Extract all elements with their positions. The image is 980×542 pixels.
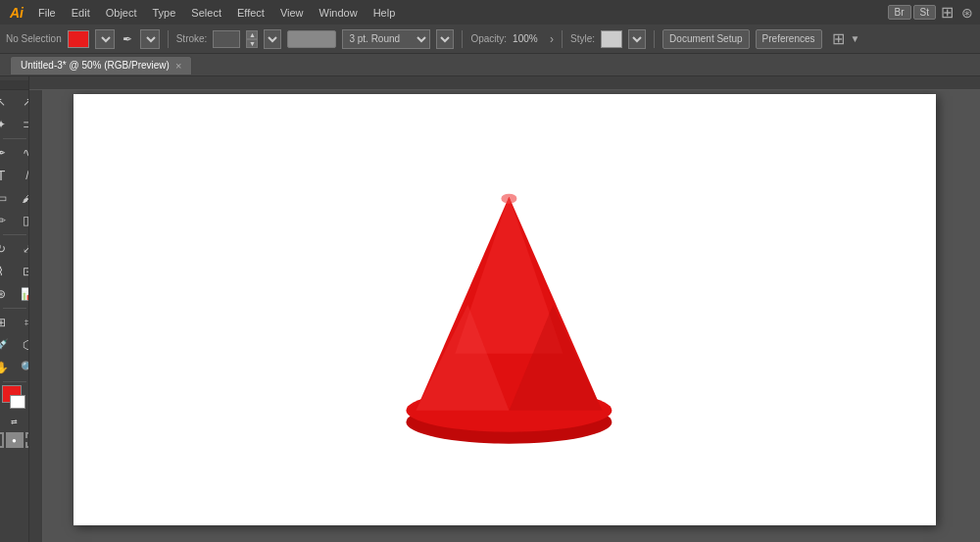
pencil-tool-btn[interactable]: ✏ [0,210,14,231]
plugin-icon[interactable]: ⊛ [958,5,976,21]
stock-btn[interactable]: St [913,5,936,20]
document-tab[interactable]: Untitled-3* @ 50% (RGB/Preview) × [10,56,192,74]
blend-tool-btn[interactable]: ⬡ [15,334,29,356]
arrange-dropdown[interactable]: ▼ [851,33,860,44]
artboard-icon: ⊞ [0,316,6,329]
scale-icon: ⤢ [23,242,29,256]
menu-window[interactable]: Window [313,5,365,21]
magic-wand-btn[interactable]: ✦ [0,114,14,135]
selection-label: No Selection [6,33,62,44]
normal-mode-btn[interactable] [0,432,4,448]
sep2 [462,30,463,48]
warp-tool-btn[interactable]: ⌇ [0,261,14,282]
line-tool-btn[interactable]: / [15,165,29,186]
menu-object[interactable]: Object [99,5,144,21]
cone-svg [401,176,616,451]
slice-tool-btn[interactable]: ⌗ [15,312,29,333]
style-dropdown[interactable] [628,29,646,49]
stroke-input[interactable] [213,30,240,48]
stroke-down-btn[interactable]: ▼ [246,39,258,48]
pt-dropdown[interactable] [436,29,454,49]
zoom-tool-btn[interactable]: 🔍 [15,357,29,378]
eyedropper-icon: 💉 [0,338,9,352]
rotate-tool-btn[interactable]: ↻ [0,238,14,260]
curvature-btn[interactable]: ∿ [15,142,29,164]
pen-tool-btn[interactable]: ✒ [0,142,14,164]
menu-edit[interactable]: Edit [65,5,97,21]
mask-mode-btn[interactable]: ● [6,432,24,448]
warp-icon: ⌇ [0,265,4,278]
background-swatch[interactable] [10,395,25,409]
stroke-spinner[interactable]: ▲ ▼ [246,30,258,48]
stroke-label: Stroke: [176,33,208,44]
ruler-top [29,76,980,90]
swap-tools: ⇄ [9,416,21,427]
hand-icon: ✋ [0,361,9,374]
rotate-scale-row: ↻ ⤢ [0,238,29,260]
menu-help[interactable]: Help [367,5,403,21]
pen-tools-row: ✒ ∿ [0,142,29,164]
tab-close-btn[interactable]: × [175,60,181,72]
shape-tools-row: ▭ 🖌 [0,187,29,209]
opacity-arrow[interactable]: › [550,32,554,46]
direct-select-tool-btn[interactable]: ↗ [15,91,29,113]
sep4 [654,30,655,48]
magic-lasso-row: ✦ ⊃ [0,114,29,135]
traffic-cone[interactable] [401,176,616,453]
stroke-type-dropdown[interactable] [264,29,281,49]
brush-icon: ✒ [122,32,132,46]
lasso-btn[interactable]: ⊃ [15,114,29,135]
puppet-row: ⊛ 📊 [0,283,29,305]
style-label: Style: [570,33,595,44]
main-layout: ↖ ↗ ✦ ⊃ ✒ ∿ T [0,76,980,542]
eyedropper-tool-btn[interactable]: 💉 [0,334,14,356]
pencil-blob-row: ✏ ◫ [0,210,29,231]
brush-dropdown[interactable] [140,29,160,49]
paintbrush-icon: 🖌 [22,191,29,205]
paintbrush-tool-btn[interactable]: 🖌 [15,187,29,209]
pen-icon: ✒ [0,146,6,160]
hand-tool-btn[interactable]: ✋ [0,357,14,378]
pencil-icon: ✏ [0,214,6,227]
svg-point-6 [501,193,516,203]
type-tool-btn[interactable]: T [0,165,14,186]
lasso-icon: ⊃ [23,118,29,131]
arrange-icon[interactable]: ⊞ [832,29,845,48]
puppet-warp-btn[interactable]: ⊛ [0,283,14,305]
free-transform-btn[interactable]: ⊡ [15,261,29,282]
menu-type[interactable]: Type [146,5,183,21]
select-tool-btn[interactable]: ↖ [0,91,14,113]
type-icon: T [0,168,5,183]
eraser-btn[interactable]: ◫ [15,210,29,231]
fill-color-swatch[interactable] [68,30,89,48]
menu-select[interactable]: Select [184,5,228,21]
swap-colors-btn[interactable]: ⇄ [9,416,21,427]
blend-icon: ⬡ [23,338,29,352]
scale-tool-btn[interactable]: ⤢ [15,238,29,260]
document-setup-btn[interactable]: Document Setup [662,29,750,49]
pt-select[interactable]: 3 pt. Round [342,29,430,49]
sep-1 [3,138,26,139]
menu-view[interactable]: View [273,5,311,21]
menu-effect[interactable]: Effect [230,5,271,21]
preferences-btn[interactable]: Preferences [756,29,822,49]
sep-3 [3,308,26,309]
style-swatch[interactable] [601,30,622,48]
menu-file[interactable]: File [31,5,63,21]
bridge-btn[interactable]: Br [888,5,911,20]
stroke-up-btn[interactable]: ▲ [246,30,258,39]
menu-bar: Ai File Edit Object Type Select Effect V… [0,0,980,25]
workspace-icon[interactable]: ⊞ [938,3,956,22]
eyedrop-measure-row: 💉 ⬡ [0,334,29,356]
artboard-tool-btn[interactable]: ⊞ [0,312,14,333]
fill-dropdown[interactable] [95,29,115,49]
magic-wand-icon: ✦ [0,118,6,131]
shape-tool-btn[interactable]: ▭ [0,187,14,209]
curvature-icon: ∿ [23,146,29,160]
sep1 [168,30,169,48]
tab-bar: Untitled-3* @ 50% (RGB/Preview) × [0,54,980,76]
mode-buttons: ● [0,432,29,448]
chart-btn[interactable]: 📊 [15,283,29,305]
sep3 [562,30,563,48]
canvas-area [29,76,980,542]
